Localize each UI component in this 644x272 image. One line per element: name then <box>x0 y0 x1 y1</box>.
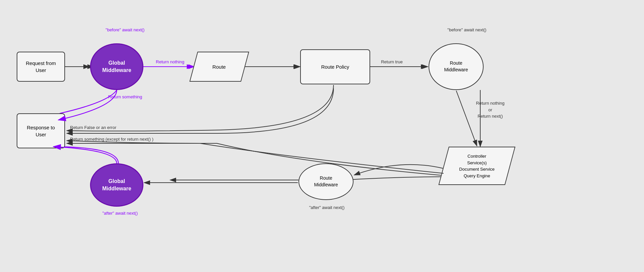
route-node: Route <box>193 52 245 82</box>
global-middleware-bottom-label: GlobalMiddleware <box>102 178 131 193</box>
return-nothing-label: Return nothing <box>145 59 195 64</box>
before-await-top-left-label: "before" await next() <box>92 27 158 32</box>
request-from-user-label: Request fromUser <box>26 60 56 74</box>
route-middleware-top-node: RouteMiddleware <box>429 43 484 90</box>
before-await-top-right-label: "before" await next() <box>432 27 502 32</box>
response-to-user-label: Response toUser <box>27 124 55 138</box>
return-true-label: Return true <box>372 59 412 64</box>
response-to-user-node: Response toUser <box>17 113 65 148</box>
route-policy-node: Route Policy <box>300 49 370 84</box>
diagram: Request fromUser GlobalMiddleware "befor… <box>0 0 644 272</box>
controller-node: ControllerService(s)Document ServiceQuer… <box>444 147 510 185</box>
after-await-bottom-right-label: "after" await next() <box>298 205 355 210</box>
request-from-user-node: Request fromUser <box>17 52 65 82</box>
return-false-error-label: Return False or an error <box>70 125 157 130</box>
route-middleware-bottom-label: RouteMiddleware <box>314 175 338 188</box>
after-await-bottom-left-label: "after" await next() <box>92 211 148 216</box>
return-something-except-label: Return something (except for return next… <box>70 137 217 142</box>
global-middleware-bottom-node: GlobalMiddleware <box>90 163 143 207</box>
route-middleware-bottom-node: RouteMiddleware <box>298 163 354 200</box>
return-something-label: Return something <box>98 94 152 99</box>
route-policy-label: Route Policy <box>321 63 349 70</box>
route-label: Route <box>212 64 226 70</box>
global-middleware-top-node: GlobalMiddleware <box>90 43 143 90</box>
route-middleware-top-label: RouteMiddleware <box>444 60 468 73</box>
global-middleware-top-label: GlobalMiddleware <box>102 59 131 74</box>
return-nothing-or-next-label: Return nothingorReturn next() <box>457 100 524 120</box>
controller-label: ControllerService(s)Document ServiceQuer… <box>459 153 495 179</box>
